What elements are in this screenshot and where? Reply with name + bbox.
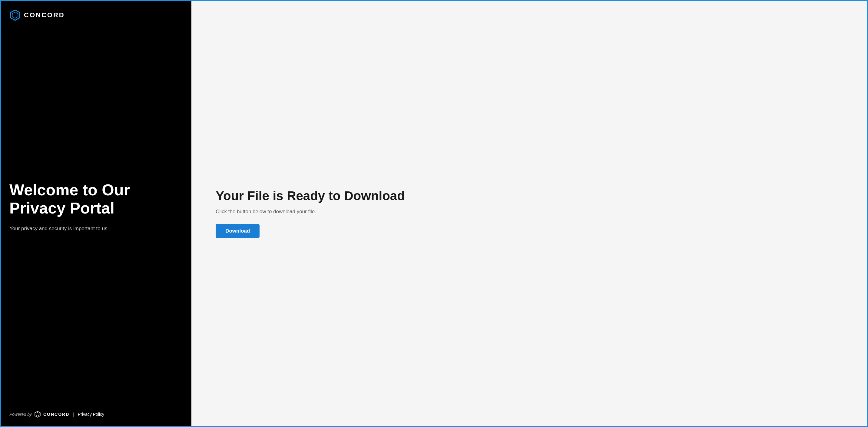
download-button[interactable]: Download bbox=[216, 224, 259, 238]
file-ready-description: Click the button below to download your … bbox=[216, 209, 843, 215]
powered-by-label: Powered by bbox=[9, 412, 32, 417]
file-ready-heading: Your File is Ready to Download bbox=[216, 189, 843, 203]
svg-marker-2 bbox=[35, 411, 40, 417]
left-footer: Powered by CONCORD | Privacy Policy bbox=[9, 411, 183, 418]
footer-logo-text: CONCORD bbox=[43, 412, 69, 417]
logo-area: CONCORD bbox=[9, 9, 183, 21]
footer-divider: | bbox=[73, 412, 74, 417]
svg-marker-0 bbox=[10, 10, 20, 20]
footer-concord-logo-icon bbox=[34, 411, 41, 418]
svg-marker-3 bbox=[36, 413, 39, 416]
privacy-policy-link[interactable]: Privacy Policy bbox=[78, 412, 104, 417]
right-panel: Your File is Ready to Download Click the… bbox=[191, 1, 867, 426]
welcome-heading: Welcome to Our Privacy Portal bbox=[9, 181, 183, 217]
concord-logo-icon bbox=[9, 9, 21, 21]
logo-text: CONCORD bbox=[24, 11, 65, 19]
welcome-subtext: Your privacy and security is important t… bbox=[9, 225, 183, 233]
left-middle: Welcome to Our Privacy Portal Your priva… bbox=[9, 21, 183, 411]
left-panel: CONCORD Welcome to Our Privacy Portal Yo… bbox=[1, 1, 191, 426]
page-wrapper: CONCORD Welcome to Our Privacy Portal Yo… bbox=[0, 0, 868, 427]
left-top: CONCORD bbox=[9, 9, 183, 21]
svg-marker-1 bbox=[12, 12, 18, 19]
